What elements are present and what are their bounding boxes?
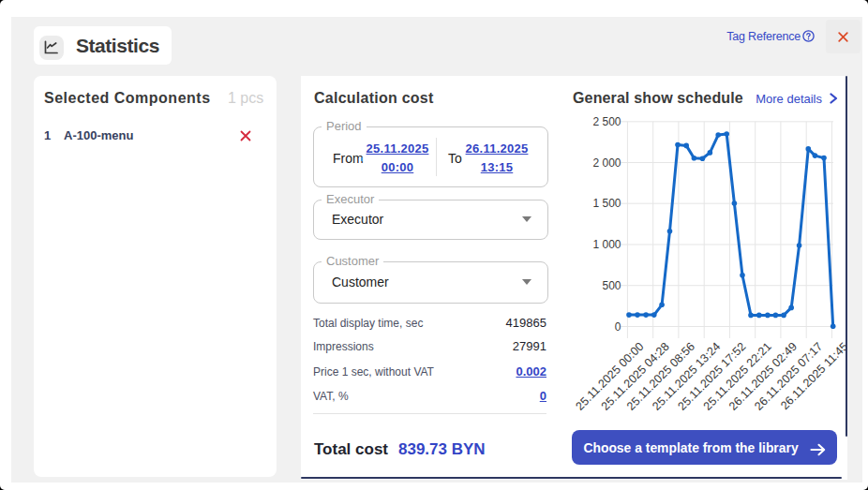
- svg-text:1 000: 1 000: [592, 238, 621, 251]
- svg-text:1 500: 1 500: [592, 197, 621, 210]
- svg-text:500: 500: [602, 279, 621, 292]
- svg-text:0: 0: [615, 320, 621, 334]
- svg-text:2 000: 2 000: [592, 156, 621, 170]
- svg-text:2 500: 2 500: [592, 115, 621, 128]
